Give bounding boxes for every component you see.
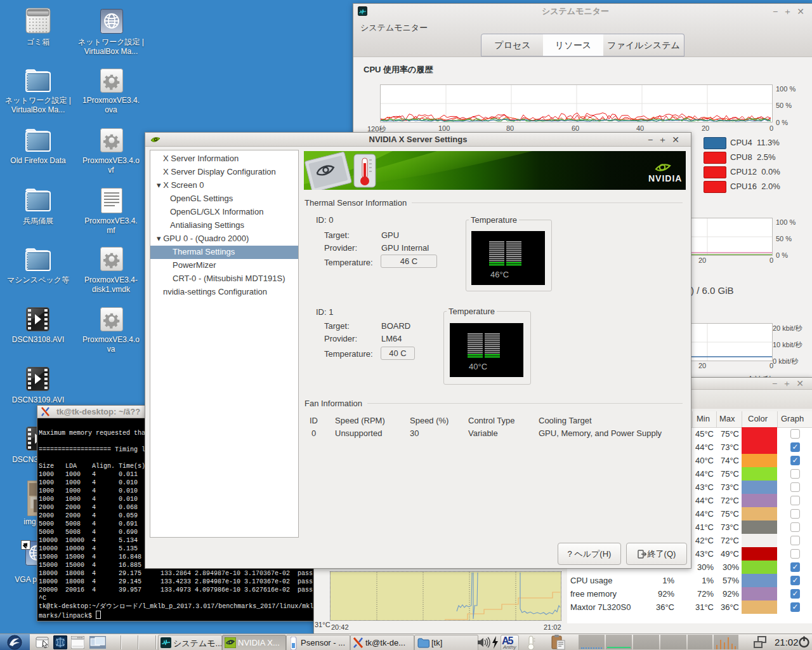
svg-text:46°C: 46°C bbox=[490, 270, 509, 279]
svg-text:40°C: 40°C bbox=[469, 362, 487, 371]
svg-text:NVIDIA: NVIDIA bbox=[648, 173, 682, 183]
